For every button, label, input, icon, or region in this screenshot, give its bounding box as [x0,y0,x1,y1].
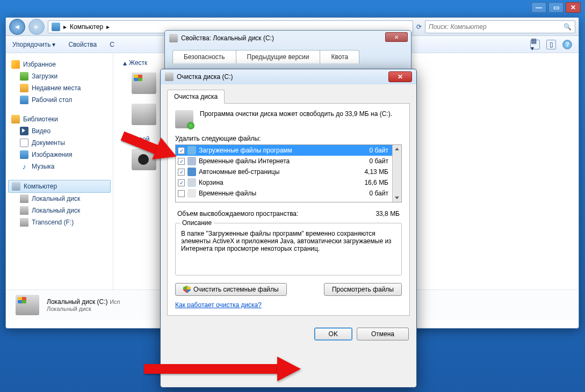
details-title: Локальный диск (C:) [47,298,108,306]
help-icon[interactable]: ? [562,40,572,49]
tab-security[interactable]: Безопасность [172,50,236,63]
description-box: Описание В папке "Загруженные файлы прог… [175,223,402,275]
recent-icon [20,84,28,92]
cleanup-intro: Программа очистки диска может освободить… [200,110,392,128]
cleanup-close-button[interactable]: ✕ [388,71,412,82]
computer-icon [12,182,20,191]
sidebar: Избранное Загрузки Недавние места Рабочи… [6,53,113,289]
properties-close-button[interactable]: ✕ [385,32,408,42]
properties-button[interactable]: Свойства [68,41,97,48]
file-name: Корзина [199,179,361,186]
star-icon [11,60,20,69]
disk-cleanup-dialog: Очистка диска (C:) ✕ Очистка диска Прогр… [160,69,417,388]
view-files-button[interactable]: Просмотреть файлы [324,283,402,296]
sidebar-desktop[interactable]: Рабочий стол [8,94,111,106]
breadcrumb-arrow: ▸ [63,23,67,31]
sidebar-images[interactable]: Изображения [8,149,111,161]
file-checkbox[interactable]: ✓ [178,179,185,186]
breadcrumb-label: Компьютер [70,23,103,31]
libraries-icon [11,115,20,124]
file-checkbox[interactable]: ✓ [178,169,185,176]
drive-icon [20,206,28,215]
nav-back-button[interactable]: ◄ [9,19,25,35]
file-checkbox[interactable] [178,190,185,197]
bd-drive[interactable] [132,149,156,170]
total-label: Объем высвобождаемого пространства: [177,210,298,217]
sidebar-transcend[interactable]: Transcend (F:) [8,216,111,228]
properties-dialog: Свойства: Локальный диск (C:) ✕ Безопасн… [164,30,411,73]
maximize-button[interactable]: ▭ [548,2,564,13]
file-icon [187,168,196,176]
sidebar-recent[interactable]: Недавние места [8,82,111,94]
delete-files-label: Удалить следующие файлы: [175,135,402,142]
drive-icon [165,72,174,81]
sidebar-computer[interactable]: Компьютер [8,180,111,193]
tab-quota[interactable]: Квота [320,50,359,63]
music-icon: ♪ [20,162,28,171]
properties-tabs: Безопасность Предыдущие версии Квота [172,50,359,63]
search-icon[interactable]: 🔍 [564,23,572,31]
file-list-row[interactable]: ✓Автономные веб-страницы4,13 МБ [176,166,401,177]
sidebar-video[interactable]: Видео [8,125,111,137]
clean-system-files-button[interactable]: Очистить системные файлы [175,283,287,296]
file-name: Временные файлы [199,190,361,197]
drive-c[interactable] [132,72,156,94]
cancel-button[interactable]: Отмена [357,328,409,340]
desktop-icon [20,96,28,104]
file-name: Временные файлы Интернета [199,157,361,165]
bd-drive-icon [132,149,156,170]
drive-icon [16,295,39,315]
shield-icon [183,286,191,293]
window-controls: — ▭ ✕ [531,2,581,13]
downloads-icon [20,72,28,81]
refresh-icon[interactable]: ⟳ [416,23,422,31]
file-list[interactable]: ✓Загруженные файлы программ0 байт✓Времен… [175,144,402,202]
sidebar-favorites[interactable]: Избранное [8,59,111,70]
drive-icon [20,194,28,203]
file-checkbox[interactable]: ✓ [178,158,185,165]
sidebar-local-disk-2[interactable]: Локальный диск [8,205,111,216]
drive-item[interactable] [132,104,156,125]
document-icon [20,139,28,147]
search-box[interactable]: 🔍 [425,20,575,33]
images-icon [20,150,28,159]
file-list-row[interactable]: ✓Корзина16,6 МБ [176,177,401,188]
cleanup-titlebar: Очистка диска (C:) [161,69,416,84]
minimize-button[interactable]: — [531,2,546,13]
view-options-icon[interactable]: ▦ ▾ [530,40,540,49]
file-name: Загруженные файлы программ [199,147,361,154]
details-used: Исп [110,299,120,305]
scrollbar[interactable] [392,145,401,202]
drive-icon [132,72,156,94]
sys-button[interactable]: С [110,41,114,48]
sidebar-documents[interactable]: Документы [8,137,111,149]
drive-icon [132,104,156,125]
search-input[interactable] [429,23,558,31]
breadcrumb-arrow: ▸ [106,23,110,31]
nav-forward-button[interactable]: ► [28,19,45,35]
sidebar-local-disk-1[interactable]: Локальный диск [8,193,111,205]
description-heading: Описание [180,219,214,227]
file-list-row[interactable]: ✓Загруженные файлы программ0 байт [176,145,401,156]
organize-menu[interactable]: Упорядочить ▾ [12,41,55,48]
file-list-row[interactable]: Временные файлы0 байт [176,188,401,199]
tab-previous-versions[interactable]: Предыдущие версии [236,50,321,63]
file-icon [187,146,196,155]
sidebar-libraries[interactable]: Библиотеки [8,113,111,125]
properties-title: Свойства: Локальный диск (C:) [181,34,274,42]
cleanup-tab[interactable]: Очистка диска [167,90,225,104]
video-icon [20,127,28,135]
close-button[interactable]: ✕ [566,2,581,13]
how-cleanup-works-link[interactable]: Как работает очистка диска? [175,301,262,309]
file-icon [187,178,196,187]
preview-pane-icon[interactable]: ▯ [546,40,556,49]
cleanup-icon [175,110,193,128]
ok-button[interactable]: OK [314,328,352,340]
file-list-row[interactable]: ✓Временные файлы Интернета0 байт [176,156,401,166]
sidebar-music[interactable]: ♪Музыка [8,161,111,172]
sidebar-downloads[interactable]: Загрузки [8,70,111,82]
file-icon [187,189,196,198]
drive-icon [20,218,28,227]
file-checkbox[interactable]: ✓ [178,147,185,154]
cleanup-title: Очистка диска (C:) [177,73,233,81]
